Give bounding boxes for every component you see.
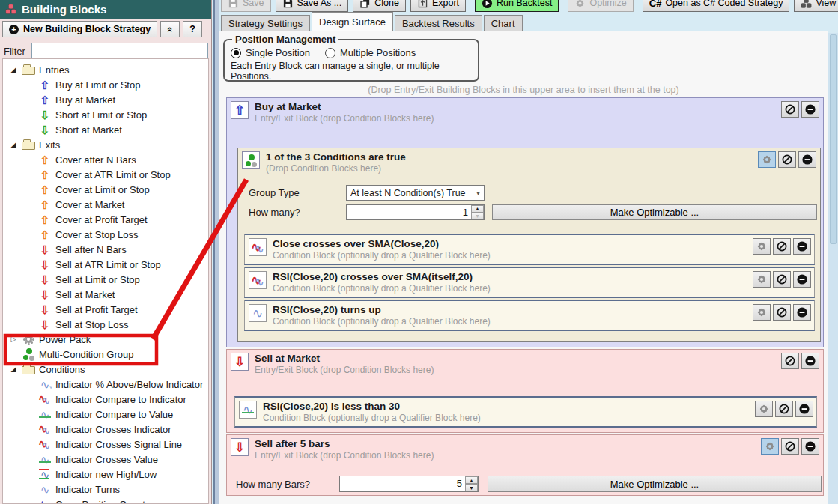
how-many-bars-input[interactable]: 5 ▲ ▼: [339, 476, 479, 492]
tree-item[interactable]: Cover at Profit Target: [3, 212, 208, 227]
tree-item[interactable]: Exits: [3, 137, 208, 152]
tree-item[interactable]: Sell after N Bars: [3, 242, 208, 257]
tree-item[interactable]: Sell at Limit or Stop: [3, 272, 208, 287]
collapse-all-button[interactable]: «: [160, 21, 180, 37]
tree-item[interactable]: Short at Limit or Stop: [3, 107, 208, 122]
tree-item[interactable]: Indicator Compare to Indicator: [3, 392, 208, 407]
tree-item[interactable]: Buy at Limit or Stop: [3, 77, 208, 92]
settings-button[interactable]: [758, 151, 776, 168]
tree-item[interactable]: Short at Market: [3, 122, 208, 137]
delete-block-button[interactable]: [793, 304, 811, 321]
new-building-block-strategy-button[interactable]: + New Building Block Strategy: [2, 21, 157, 37]
tree-item[interactable]: Indicator Crosses Signal Line: [3, 437, 208, 452]
group-type-dropdown[interactable]: At least N Condition(s) True ▾: [346, 185, 485, 201]
delete-block-button[interactable]: [793, 271, 811, 288]
clone-button[interactable]: Clone: [353, 0, 406, 12]
buy-at-market-block[interactable]: Buy at Market Entry/Exit Block (drop Con…: [226, 97, 824, 347]
tree-item[interactable]: Indicator new High/Low: [3, 467, 208, 482]
tree-item[interactable]: Sell at Market: [3, 287, 208, 302]
delete-block-button[interactable]: [801, 353, 819, 369]
tree-item[interactable]: Cover at Stop Loss: [3, 227, 208, 242]
tree-item[interactable]: Multi-Condition Group: [3, 347, 208, 362]
tab[interactable]: Design Surface: [312, 12, 393, 31]
disable-block-button[interactable]: [773, 238, 791, 255]
vertical-scrollbar[interactable]: [828, 33, 838, 504]
tree-item[interactable]: Open Position Count: [3, 497, 208, 504]
single-position-radio[interactable]: [231, 48, 241, 58]
settings-button[interactable]: [755, 401, 773, 417]
main-area: Save Save As ... Clone Export Run B: [219, 0, 838, 504]
settings-button[interactable]: [753, 271, 771, 288]
spinner-up-button[interactable]: ▲: [465, 476, 478, 484]
expander-icon[interactable]: [9, 67, 18, 73]
condition-block[interactable]: RSI(Close,20) crosses over SMA(itself,20…: [244, 267, 815, 298]
tree-item[interactable]: Sell at Stop Loss: [3, 317, 208, 332]
tree-item[interactable]: Entries: [3, 62, 208, 77]
delete-block-button[interactable]: [801, 438, 819, 455]
sell-after-bars-block[interactable]: Sell after 5 bars Entry/Exit Block (drop…: [226, 434, 824, 496]
run-backtest-button[interactable]: Run Backtest: [475, 0, 559, 12]
tree-item[interactable]: Buy at Market: [3, 92, 208, 107]
disable-block-button[interactable]: [781, 353, 799, 369]
view-building-blocks-button[interactable]: View Building Blocks: [794, 0, 838, 12]
expander-icon[interactable]: [9, 366, 18, 373]
expander-icon[interactable]: [9, 142, 18, 148]
tab[interactable]: Chart: [484, 15, 523, 31]
spinner-up-button[interactable]: ▲: [471, 205, 484, 213]
condition-subtitle: Condition Block (optionally drop a Quali…: [273, 283, 747, 294]
tree-item[interactable]: Cover after N Bars: [3, 152, 208, 167]
delete-block-button[interactable]: [801, 101, 819, 118]
disable-block-button[interactable]: [778, 151, 796, 168]
tree-item[interactable]: Indicator Crosses Value: [3, 452, 208, 467]
tree-item-icon: [37, 108, 53, 121]
settings-button[interactable]: [753, 304, 771, 321]
tree-item[interactable]: Indicator % Above/Below Indicator: [3, 377, 208, 392]
block-title: Buy at Market: [255, 101, 775, 113]
tree-item[interactable]: Cover at Market: [3, 197, 208, 212]
spinner-down-button[interactable]: ▼: [471, 213, 484, 220]
save-button[interactable]: Save: [221, 0, 271, 12]
tree-item[interactable]: Indicator Crosses Indicator: [3, 422, 208, 437]
condition-block[interactable]: Close crosses over SMA(Close,20) Conditi…: [244, 234, 815, 265]
optimize-button[interactable]: Optimize: [568, 0, 633, 12]
tree-item[interactable]: Cover at Limit or Stop: [3, 182, 208, 197]
scrollbar-thumb[interactable]: [830, 34, 837, 244]
filter-input[interactable]: [31, 43, 208, 59]
tree-item[interactable]: Indicator Compare to Value: [3, 407, 208, 422]
spinner-down-button[interactable]: ▼: [465, 484, 478, 491]
delete-block-button[interactable]: [795, 401, 813, 417]
multi-condition-group-block[interactable]: 1 of the 3 Conditions are true (Drop Con…: [237, 148, 821, 342]
tree-item[interactable]: Sell at ATR Limit or Stop: [3, 257, 208, 272]
delete-block-button[interactable]: [793, 238, 811, 255]
tree-item[interactable]: Power Pack: [3, 332, 208, 347]
disable-block-button[interactable]: [781, 438, 799, 455]
export-button[interactable]: Export: [410, 0, 466, 12]
condition-block[interactable]: RSI(Close,20) is less than 30 Condition …: [234, 396, 817, 428]
multiple-positions-radio[interactable]: [325, 48, 335, 58]
tab[interactable]: Backtest Results: [395, 15, 482, 31]
save-as-button[interactable]: Save As ...: [276, 0, 349, 12]
minus-circle-icon: [804, 355, 816, 367]
expander-icon[interactable]: [9, 336, 18, 343]
disable-block-button[interactable]: [781, 101, 799, 118]
make-optimizable-button[interactable]: Make Optimizable ...: [492, 204, 817, 220]
settings-button[interactable]: [761, 438, 779, 455]
help-button[interactable]: ?: [183, 21, 202, 37]
tree-item-label: Cover at Stop Loss: [55, 229, 139, 240]
open-csharp-strategy-button[interactable]: C# Open as C# Coded Strategy: [643, 0, 790, 12]
settings-button[interactable]: [753, 238, 771, 255]
condition-block[interactable]: RSI(Close,20) turns up Condition Block (…: [244, 300, 815, 331]
delete-block-button[interactable]: [798, 151, 816, 168]
panel-splitter[interactable]: [213, 0, 219, 504]
tree-item[interactable]: Sell at Profit Target: [3, 302, 208, 317]
tab[interactable]: Strategy Settings: [221, 15, 310, 31]
tree-item[interactable]: Indicator Turns: [3, 482, 208, 497]
disable-block-button[interactable]: [773, 304, 791, 321]
tree-item[interactable]: Conditions: [3, 362, 208, 377]
make-optimizable-button[interactable]: Make Optimizable ...: [488, 476, 822, 492]
disable-block-button[interactable]: [773, 271, 791, 288]
how-many-input[interactable]: 1 ▲ ▼: [346, 204, 485, 220]
disable-block-button[interactable]: [775, 401, 793, 417]
tree-item[interactable]: Cover at ATR Limit or Stop: [3, 167, 208, 182]
sell-at-market-block[interactable]: Sell at Market Entry/Exit Block (drop Co…: [226, 349, 824, 433]
